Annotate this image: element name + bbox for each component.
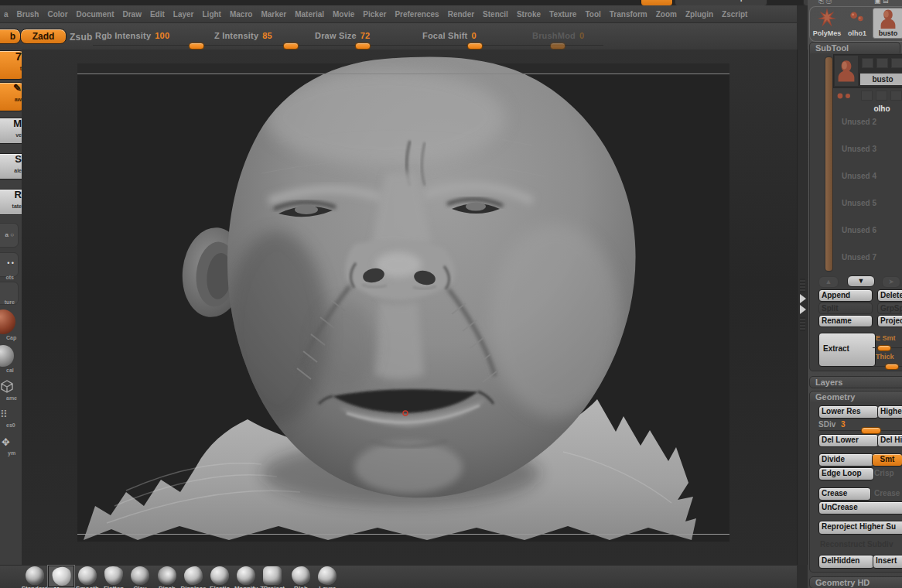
- z-intensity-slider-label[interactable]: Z Intensity85: [214, 31, 272, 40]
- z-intensity-slider-handle[interactable]: [283, 43, 299, 50]
- brushmod-slider-label[interactable]: BrushMod0: [532, 31, 584, 40]
- local-sphere-icon[interactable]: [0, 345, 14, 367]
- thick-slider-label[interactable]: Thick: [876, 353, 894, 361]
- divider-arrow-top-icon[interactable]: [800, 294, 806, 303]
- menu-item-transform[interactable]: Transform: [610, 10, 647, 19]
- extract-button[interactable]: Extract: [818, 333, 876, 367]
- zsub-button[interactable]: Zsub: [70, 32, 92, 43]
- menu-item-zscript[interactable]: Zscript: [722, 10, 747, 19]
- subtool-busto-toggles[interactable]: [862, 58, 902, 68]
- menu-item-draw[interactable]: Draw: [122, 10, 141, 19]
- focal-shift-slider-label[interactable]: Focal Shift0: [422, 31, 477, 40]
- divide-button[interactable]: Divide: [818, 453, 874, 467]
- rotate-button[interactable]: R tate: [0, 189, 22, 215]
- menu-item-preferences[interactable]: Preferences: [395, 10, 439, 19]
- e-smt-slider-handle[interactable]: [877, 345, 891, 351]
- subtool-item-busto[interactable]: busto: [833, 54, 902, 88]
- subtool-item-unused2[interactable]: Unused 2: [842, 118, 876, 126]
- higher-res-button[interactable]: Higher Res: [877, 405, 902, 419]
- subtool-item-unused6[interactable]: Unused 6: [842, 226, 876, 234]
- brush-magnify[interactable]: Magnify: [233, 566, 259, 587]
- tool-polymesh[interactable]: PolyMes: [812, 8, 842, 39]
- subtool-item-unused7[interactable]: Unused 7: [842, 253, 876, 262]
- brush-blob[interactable]: Blob: [288, 566, 314, 587]
- stroke-dots-slot[interactable]: • • ots: [0, 252, 19, 277]
- menu-item-macro[interactable]: Macro: [230, 10, 252, 19]
- subtool-header[interactable]: SubTool: [809, 42, 900, 54]
- menu-item-layer[interactable]: Layer: [173, 10, 194, 19]
- tool-olho1[interactable]: olho1: [843, 8, 871, 39]
- window-icons[interactable]: ▣ ⊟: [874, 0, 889, 5]
- sym-arrows-icon[interactable]: ✥: [2, 436, 10, 448]
- edit-button[interactable]: 7 t: [0, 50, 22, 80]
- rgb-intensity-slider-label[interactable]: Rgb Intensity100: [95, 31, 169, 40]
- menu-item-alpha-partial[interactable]: a: [4, 10, 9, 19]
- delete-button[interactable]: Delete: [877, 289, 902, 302]
- lower-res-button[interactable]: Lower Res: [818, 405, 879, 419]
- tool-busto-selected[interactable]: busto: [873, 8, 902, 39]
- edge-loop-button[interactable]: Edge Loop: [818, 467, 874, 480]
- append-button[interactable]: Append: [818, 289, 873, 302]
- brush-standard[interactable]: Standard: [22, 566, 48, 587]
- panel-divider[interactable]: [797, 50, 808, 565]
- brush-clay[interactable]: Clay: [127, 566, 153, 587]
- subtool-olho-toggles[interactable]: [861, 91, 902, 101]
- subtool-scrollbar[interactable]: [825, 56, 833, 272]
- subtool-item-unused3[interactable]: Unused 3: [842, 145, 876, 153]
- subtool-item-olho[interactable]: olho: [833, 87, 902, 117]
- menu-item-marker[interactable]: Marker: [261, 10, 286, 19]
- menu-item-light[interactable]: Light: [203, 10, 221, 19]
- menu-item-stencil[interactable]: Stencil: [483, 10, 508, 19]
- subtool-down-button[interactable]: ▼: [847, 275, 875, 287]
- brush-zproject[interactable]: ZProject: [259, 566, 285, 587]
- brush-elastic[interactable]: Elastic: [207, 566, 233, 587]
- menu-item-picker[interactable]: Picker: [363, 10, 386, 19]
- project-button[interactable]: Project: [877, 315, 902, 327]
- geometry-header[interactable]: Geometry: [809, 391, 902, 403]
- menu-item-material[interactable]: Material: [295, 10, 324, 19]
- res-dots-icon[interactable]: ⠿: [0, 409, 8, 420]
- default-zscript-button[interactable]: DefaultZScript: [675, 0, 767, 5]
- draw-size-slider-handle[interactable]: [355, 43, 371, 50]
- focal-shift-slider-handle[interactable]: [467, 43, 483, 50]
- material-sphere-icon[interactable]: [0, 309, 15, 334]
- del-higher-button[interactable]: Del Higher: [877, 434, 902, 447]
- draw-size-slider-label[interactable]: Draw Size72: [315, 31, 370, 40]
- draw-button[interactable]: ✎ aw: [0, 82, 22, 111]
- subtool-right-button[interactable]: ➤: [882, 276, 900, 288]
- menu-item-stroke[interactable]: Stroke: [517, 10, 541, 19]
- menu-item-movie[interactable]: Movie: [333, 10, 354, 19]
- menu-item-document[interactable]: Document: [77, 10, 114, 19]
- zadd-button[interactable]: Zadd: [20, 29, 67, 44]
- menu-item-texture[interactable]: Texture: [549, 10, 576, 19]
- brushmod-slider-handle[interactable]: [550, 43, 565, 50]
- menu-item-zplugin[interactable]: Zplugin: [685, 10, 713, 19]
- rgb-button-partial[interactable]: b: [0, 29, 21, 44]
- brush-layer[interactable]: Layer: [314, 566, 340, 587]
- delhidden-button[interactable]: DelHidden: [818, 555, 874, 569]
- menu-item-tool[interactable]: Tool: [585, 10, 600, 19]
- layers-header[interactable]: Layers: [809, 376, 902, 388]
- texture-slot[interactable]: ture: [0, 282, 19, 305]
- brush-move-selected[interactable]: Move: [48, 566, 74, 587]
- del-lower-button[interactable]: Del Lower: [818, 434, 879, 447]
- menu-item-color[interactable]: Color: [47, 10, 67, 19]
- thick-slider-handle[interactable]: [885, 364, 899, 370]
- subtool-up-button[interactable]: ▲: [818, 276, 839, 288]
- menu-item-brush[interactable]: Brush: [17, 10, 39, 19]
- sculpt-canvas[interactable]: [22, 50, 797, 565]
- scale-button[interactable]: S ale: [0, 153, 22, 179]
- menu-item-zoom[interactable]: Zoom: [656, 10, 677, 19]
- brush-displace[interactable]: Displace: [180, 566, 207, 587]
- insert-button[interactable]: Insert: [873, 555, 902, 569]
- sdiv-slider-label[interactable]: SDiv 3: [818, 420, 846, 429]
- divider-arrow-bottom-icon[interactable]: [800, 305, 806, 314]
- menu-item-edit[interactable]: Edit: [150, 10, 165, 19]
- smt-button[interactable]: Smt: [872, 453, 902, 467]
- move-button[interactable]: M ve: [0, 118, 22, 144]
- mrgba-slot[interactable]: a ○: [0, 223, 19, 248]
- crease-button[interactable]: Crease: [818, 487, 871, 501]
- reproject-higher-subdiv-button[interactable]: Reproject Higher Su: [818, 521, 902, 535]
- rgb-intensity-slider-handle[interactable]: [189, 43, 204, 50]
- menu-item-render[interactable]: Render: [448, 10, 474, 19]
